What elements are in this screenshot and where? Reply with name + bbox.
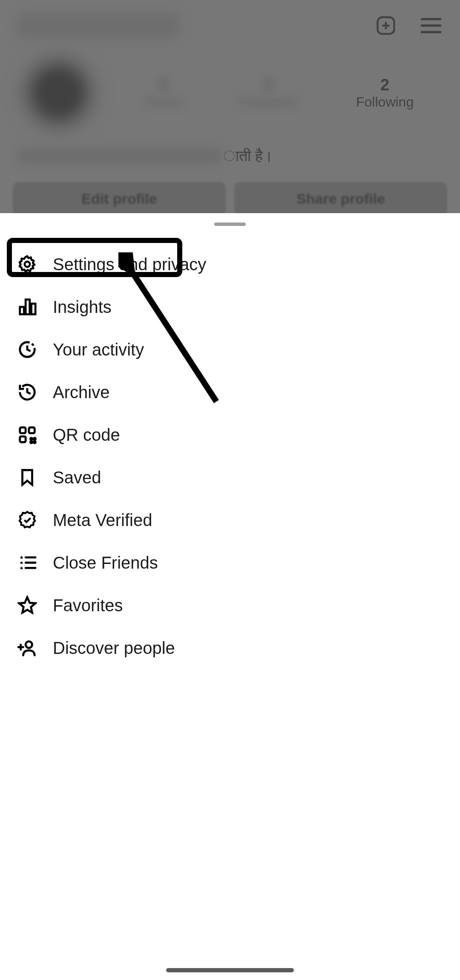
svg-rect-8: [26, 300, 30, 315]
svg-point-16: [34, 441, 36, 443]
profile-stats: 0 Posts 0 Followers 2 Following: [117, 76, 443, 110]
svg-rect-9: [32, 304, 36, 314]
svg-point-15: [30, 441, 32, 443]
menu-label: Meta Verified: [53, 511, 152, 530]
menu-item-closefriends[interactable]: Close Friends: [0, 541, 460, 584]
avatar[interactable]: [17, 51, 100, 134]
clock-history-icon: [17, 339, 37, 360]
menu-item-activity[interactable]: Your activity: [0, 328, 460, 371]
bookmark-icon: [17, 467, 37, 488]
menu-label: Saved: [53, 468, 101, 487]
menu-label: Close Friends: [53, 553, 158, 572]
qr-icon: [17, 425, 37, 445]
header-icons: [374, 14, 443, 38]
menu-item-discover[interactable]: Discover people: [0, 627, 460, 669]
verified-badge-icon: [17, 510, 37, 530]
svg-point-6: [25, 262, 30, 267]
svg-marker-17: [20, 556, 23, 559]
menu-item-verified[interactable]: Meta Verified: [0, 499, 460, 541]
sheet-handle[interactable]: [214, 223, 246, 226]
profile-header: [0, 0, 460, 51]
stat-followers[interactable]: 0 Followers: [239, 76, 297, 110]
list-star-icon: [17, 552, 37, 573]
menu-item-settings[interactable]: Settings and privacy: [0, 243, 460, 286]
stat-following[interactable]: 2 Following: [356, 76, 414, 110]
menu-label: Favorites: [53, 596, 123, 615]
stat-posts[interactable]: 0 Posts: [147, 76, 181, 110]
bio: ाती है।: [0, 134, 460, 173]
menu-label: Archive: [53, 383, 109, 402]
gear-icon: [17, 254, 37, 275]
svg-rect-7: [20, 307, 24, 314]
edit-profile-button[interactable]: Edit profile: [13, 182, 226, 216]
svg-point-14: [34, 438, 36, 440]
menu-label: Settings and privacy: [53, 255, 206, 274]
menu-item-saved[interactable]: Saved: [0, 456, 460, 499]
svg-point-13: [30, 438, 32, 440]
bar-chart-icon: [17, 297, 37, 317]
create-button[interactable]: [374, 14, 398, 38]
svg-rect-11: [29, 428, 34, 433]
username-blurred: [17, 13, 179, 38]
star-icon: [17, 595, 37, 616]
person-plus-icon: [17, 638, 37, 658]
share-profile-button[interactable]: Share profile: [234, 182, 447, 216]
menu-label: Discover people: [53, 639, 175, 658]
menu-item-favorites[interactable]: Favorites: [0, 584, 460, 627]
bio-visible-text: ाती है।: [223, 147, 273, 165]
menu-item-qrcode[interactable]: QR code: [0, 413, 460, 456]
profile-row: 0 Posts 0 Followers 2 Following: [0, 51, 460, 134]
home-indicator: [166, 968, 294, 972]
hamburger-menu-button[interactable]: [419, 14, 443, 38]
bottom-sheet: Settings and privacy Insights Your a: [0, 213, 460, 980]
svg-rect-10: [20, 428, 26, 433]
menu-item-archive[interactable]: Archive: [0, 371, 460, 413]
archive-icon: [17, 382, 37, 402]
profile-background: 0 Posts 0 Followers 2 Following ाती है। …: [0, 0, 460, 213]
menu-list: Settings and privacy Insights Your a: [0, 239, 460, 674]
svg-marker-23: [19, 597, 35, 613]
svg-marker-19: [20, 561, 23, 564]
menu-label: QR code: [53, 425, 120, 445]
svg-point-24: [26, 642, 32, 648]
svg-rect-12: [20, 437, 26, 442]
menu-label: Insights: [53, 298, 112, 317]
menu-label: Your activity: [53, 340, 144, 359]
svg-marker-21: [20, 567, 23, 570]
menu-item-insights[interactable]: Insights: [0, 286, 460, 328]
